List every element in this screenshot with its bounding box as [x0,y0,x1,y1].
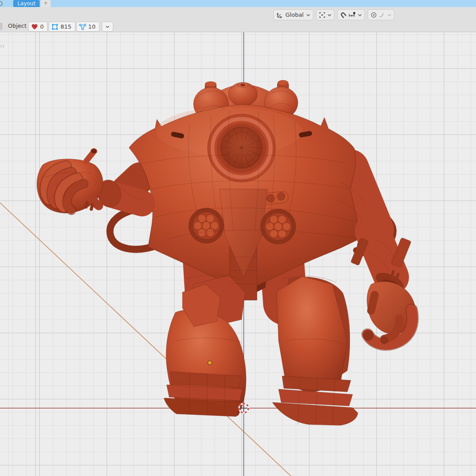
workspace-tab-bar: Layout + [0,0,476,7]
stat-objects[interactable]: 815 [48,22,75,32]
clipped-icon-fragment [0,1,3,6]
chevron-down-icon [387,13,392,17]
heart-icon [31,23,38,30]
orientation-label: Global [285,11,305,18]
chevron-down-icon [105,24,110,29]
scene-canvas [0,32,476,476]
stat-hearts-value: 0 [40,23,44,30]
orientation-axes-icon [276,11,283,19]
object-origin-dot [208,361,212,365]
snapping-button[interactable] [337,9,365,20]
magnet-icon [340,11,347,19]
tab-layout[interactable]: Layout [13,0,40,7]
falloff-curve-icon [379,11,386,19]
viewport-header: Global [0,7,476,32]
stat-objects-value: 815 [60,23,71,30]
snap-increment-icon [348,11,356,19]
viewport-3d[interactable]: er [0,32,476,476]
right-arm [350,231,415,345]
proportional-edit-icon [370,11,377,19]
stat-triangles-value: 10 [88,23,96,30]
transform-orientation-button[interactable]: Global [273,9,313,20]
triangle-vertices-icon [79,23,86,30]
chevron-down-icon [327,13,332,17]
chevron-down-icon [306,13,311,17]
robot-model[interactable] [37,80,416,425]
mode-row: Object 0 815 10 [0,21,476,32]
stat-triangles[interactable]: 10 [76,22,100,32]
cursor-3d [239,404,249,413]
right-leg [272,276,358,425]
clipped-editor-icon-fragment [0,23,2,30]
stats-dropdown[interactable] [102,22,113,32]
box-corners-icon [51,23,59,30]
pivot-point-button[interactable] [316,9,335,20]
add-workspace-tab[interactable]: + [41,0,51,7]
stat-hearts[interactable]: 0 [28,22,48,32]
chevron-down-icon [357,13,362,17]
blender-window: { "tab_bar": { "active_tab": "Layout", "… [0,0,476,476]
scene-stats: 0 815 10 [28,22,113,32]
pivot-point-icon [319,11,326,19]
left-leg [164,275,246,416]
proportional-editing-button[interactable] [368,9,394,20]
mode-label[interactable]: Object [8,22,26,29]
transform-toolbar: Global [273,9,394,20]
vent-cluster-right [260,209,296,244]
chest-porthole [208,114,275,182]
